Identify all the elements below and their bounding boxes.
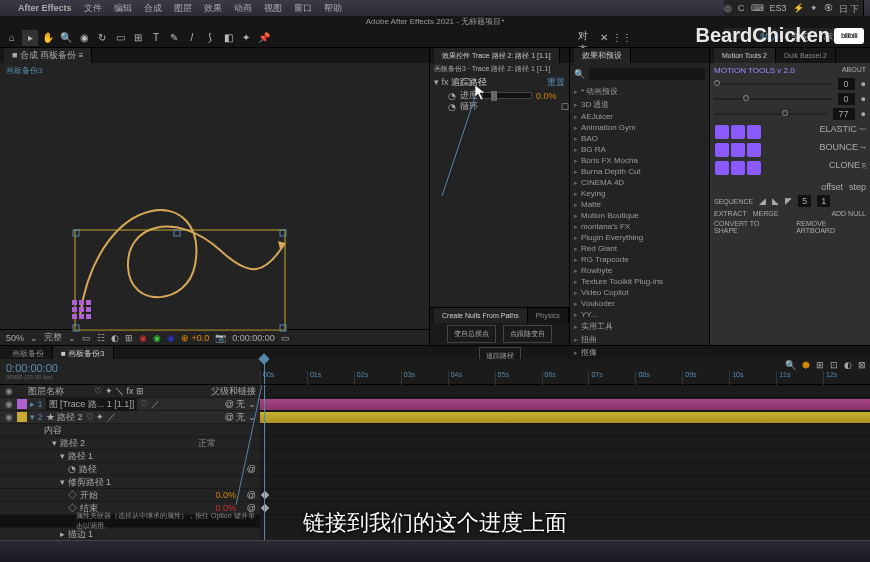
ruler-tick[interactable]: 01s (307, 371, 354, 385)
fx-category[interactable]: Burna Depth Cut (574, 166, 705, 177)
status-icon[interactable]: ⦿ (824, 3, 833, 13)
fx-category[interactable]: BG RA (574, 144, 705, 155)
layer-2[interactable]: ★ 路径 2 (46, 411, 83, 424)
physics-tab[interactable]: Physics (528, 308, 569, 323)
fx-category[interactable]: Texture Toolkit Plug-ins (574, 276, 705, 287)
ruler-tick[interactable]: 06s (542, 371, 589, 385)
ruler-tick[interactable]: 11s (776, 371, 823, 385)
fx-category[interactable]: YY... (574, 309, 705, 320)
ruler-tick[interactable]: 05s (495, 371, 542, 385)
prop-trim[interactable]: ▾ 修剪路径 1 (4, 476, 111, 489)
eye-icon[interactable]: ◉ (4, 399, 14, 409)
motion-tools-tab[interactable]: Motion Tools 2 (714, 48, 776, 63)
ease-preset[interactable] (731, 143, 745, 157)
seq-icon[interactable]: ◤ (785, 196, 792, 206)
duik-tab[interactable]: Duik Bassel.2 (776, 48, 836, 63)
menu-effect[interactable]: 效果 (204, 2, 222, 15)
pan-tool[interactable]: ⊞ (130, 30, 146, 46)
comp-tab[interactable]: ■ 合成 画板备份 ≡ (4, 48, 92, 63)
mt-val3[interactable]: 77 (833, 108, 855, 120)
status-icon[interactable]: ES3 (770, 3, 787, 13)
ease-preset[interactable] (747, 143, 761, 157)
ruler-tick[interactable]: 09s (682, 371, 729, 385)
fx-category[interactable]: BAO (574, 133, 705, 144)
progress-value[interactable]: 0.0% (536, 91, 557, 101)
menu-anim[interactable]: 动画 (234, 2, 252, 15)
ruler-tick[interactable]: 03s (401, 371, 448, 385)
text-tool[interactable]: T (148, 30, 164, 46)
fx-category[interactable]: Motion Boutique (574, 210, 705, 221)
seq-icon[interactable]: ◣ (772, 196, 779, 206)
status-icon[interactable]: ✦ (810, 3, 818, 13)
ruler-tick[interactable]: 04s (448, 371, 495, 385)
prop-contents[interactable]: 内容 (4, 424, 62, 437)
hdr-icon[interactable]: ⬢ (802, 360, 810, 370)
menu-view[interactable]: 视图 (264, 2, 282, 15)
fx-category[interactable]: Voukoder (574, 298, 705, 309)
ruler-tick[interactable]: 12s (823, 371, 870, 385)
sequence-btn[interactable]: SEQUENCE (714, 198, 753, 205)
fx-category[interactable]: Plugin Everything (574, 232, 705, 243)
about-link[interactable]: ABOUT (842, 66, 866, 75)
tool-opt[interactable]: ⋮⋮ (614, 30, 630, 46)
nulls-btn-2[interactable]: 点跟随变自 (503, 325, 552, 343)
ruler-tick[interactable]: 10s (729, 371, 776, 385)
camera-tool[interactable]: ▭ (112, 30, 128, 46)
selection-tool[interactable]: ▸ (22, 30, 38, 46)
ease-preset[interactable] (715, 125, 729, 139)
menu-window[interactable]: 窗口 (294, 2, 312, 15)
hdr-icon[interactable]: ⊠ (858, 360, 866, 370)
eraser-tool[interactable]: ◧ (220, 30, 236, 46)
fx-category[interactable]: RG Trapcode (574, 254, 705, 265)
menu-help[interactable]: 帮助 (324, 2, 342, 15)
status-icon[interactable]: C (738, 3, 745, 13)
lock-icon[interactable]: ● (861, 109, 866, 119)
extract-btn[interactable]: EXTRACT (714, 210, 747, 217)
keyframe[interactable] (261, 491, 269, 499)
brush-tool[interactable]: / (184, 30, 200, 46)
fx-category[interactable]: 实用工具 (574, 320, 705, 333)
dock[interactable] (0, 540, 870, 562)
mt-val1[interactable]: 0 (838, 78, 855, 90)
layer-bar-2[interactable] (260, 412, 870, 423)
fx-category[interactable]: Red Giant (574, 243, 705, 254)
ease-preset[interactable] (731, 125, 745, 139)
fx-category[interactable]: Video Copilot (574, 287, 705, 298)
nulls-btn-1[interactable]: 变自总摆点 (447, 325, 496, 343)
home-tool[interactable]: ⌂ (4, 30, 20, 46)
fx-category[interactable]: Rowbyte (574, 265, 705, 276)
loop-checkbox[interactable]: ☐ (561, 102, 569, 112)
effects-presets-tab[interactable]: 效果和预设 (574, 48, 631, 63)
layer-color[interactable] (17, 399, 27, 409)
hand-tool[interactable]: ✋ (40, 30, 56, 46)
fx-category[interactable]: * 动画预设 (574, 85, 705, 98)
menu-file[interactable]: 文件 (84, 2, 102, 15)
ruler-tick[interactable]: 00s (260, 371, 307, 385)
menu-comp[interactable]: 合成 (144, 2, 162, 15)
progress-slider[interactable] (482, 92, 532, 99)
effect-name[interactable]: ▾ fx 追踪路径 (434, 76, 487, 89)
status-icon[interactable]: ⌨ (751, 3, 764, 13)
seq-icon[interactable]: ◢ (759, 196, 766, 206)
fx-category[interactable]: montana's FX (574, 221, 705, 232)
effects-search[interactable] (589, 68, 705, 80)
layer-color[interactable] (17, 412, 27, 422)
roto-tool[interactable]: ✦ (238, 30, 254, 46)
prop-path[interactable]: ▾ 路径 1 (4, 450, 93, 463)
stopwatch-icon[interactable]: ◔ (448, 91, 456, 101)
fx-category[interactable]: Matte (574, 199, 705, 210)
puppet-tool[interactable]: 📌 (256, 30, 272, 46)
reset-link[interactable]: 重置 (547, 76, 565, 89)
hdr-icon[interactable]: ⊞ (816, 360, 824, 370)
playhead[interactable] (264, 359, 265, 384)
prop-start[interactable]: ◇ 开始 (4, 489, 98, 502)
orbit-tool[interactable]: ◉ (76, 30, 92, 46)
effect-controls-tab[interactable]: 效果控件 Trace 路径 2: 路径 1 [1.1] (434, 48, 560, 63)
merge-btn[interactable]: MERGE (753, 210, 779, 217)
ruler-tick[interactable]: 02s (354, 371, 401, 385)
convert-btn[interactable]: CONVERT TO SHAPE (714, 220, 784, 234)
ease-preset[interactable] (715, 143, 729, 157)
ease-preset[interactable] (715, 161, 729, 175)
rotate-tool[interactable]: ↻ (94, 30, 110, 46)
ease-preset[interactable] (747, 125, 761, 139)
